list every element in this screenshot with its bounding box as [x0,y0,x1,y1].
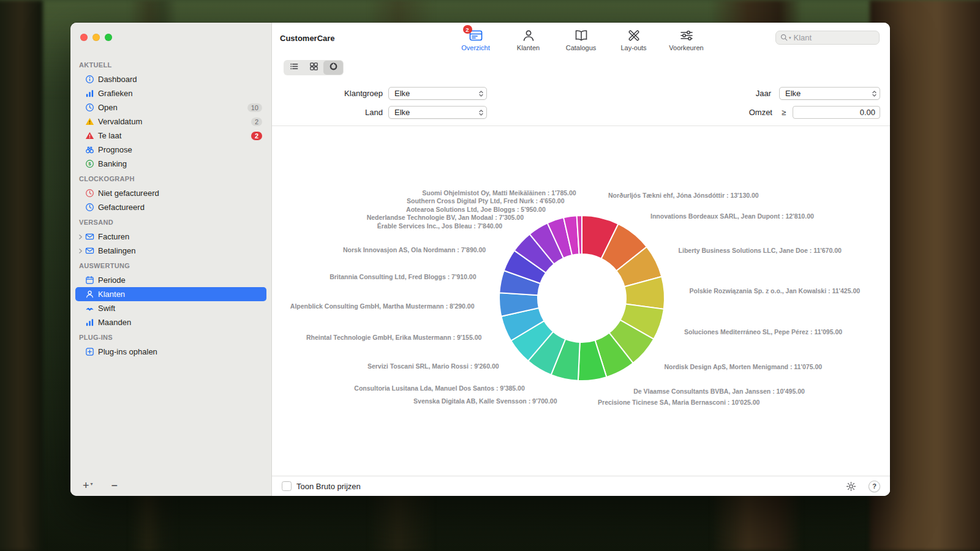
sidebar-item-open[interactable]: Open10 [75,100,266,114]
item-badge: 2 [251,118,262,126]
sidebar-item-gefactureerd[interactable]: Gefactureerd [75,200,266,214]
slice-label: Southern Cross Digital Pty Ltd, Fred Nur… [407,197,565,204]
tree-trunk-decoration [0,0,43,551]
sidebar-item-maanden[interactable]: Maanden [75,315,266,329]
filter-bar: Klantgroep Elke Land Elke Jaar Elke Omze… [272,84,890,126]
search-field[interactable]: ▾ [775,31,880,45]
land-label: Land [272,106,383,119]
klantgroep-dropdown-value: Elke [394,89,410,98]
sidebar-item-banking[interactable]: $Banking [75,157,266,171]
item-label: Klanten [98,290,125,299]
sidebar-section-versand: VERSANDFacturenBetalingen [75,216,266,258]
close-button[interactable] [80,34,88,41]
omzet-label: Omzet [676,106,772,119]
add-button[interactable]: +▾ [83,480,93,491]
tab-overzicht[interactable]: 2Overzicht [454,26,498,51]
sidebar-item-dashboard[interactable]: Dashboard [75,72,266,86]
sidebar-item-grafieken[interactable]: Grafieken [75,86,266,100]
slice-label: Precisione Ticinese SA, Maria Bernasconi… [598,399,760,406]
view-option-grid-view[interactable] [304,61,323,75]
sidebar-section-auswertung: AUSWERTUNGPeriodeKlantenSwiftMaanden [75,259,266,329]
minimize-button[interactable] [92,34,100,41]
updown-chevron-icon [872,89,877,97]
main-content: CustomerCare 2OverzichtKlantenCatalogusL… [272,23,890,496]
tab-lay-outs[interactable]: Lay-outs [612,26,656,51]
sidebar-item-swift[interactable]: Swift [75,301,266,315]
binoculars-icon [85,145,95,155]
person-icon [85,290,95,299]
envelope-icon [85,246,95,256]
sidebar-sections: AKTUELLDashboardGrafiekenOpen10Vervaldat… [75,58,266,360]
view-switcher [284,60,344,75]
search-input[interactable] [793,32,875,43]
slice-label: Liberty Business Solutions LLC, Jane Doe… [679,247,842,254]
item-label: Betalingen [98,246,135,255]
sidebar-section-aktuell: AKTUELLDashboardGrafiekenOpen10Vervaldat… [75,58,266,171]
slice-label: Svenska Digitala AB, Kalle Svensson : 9'… [413,397,557,405]
warning-yellow-icon [85,117,95,127]
donut-chart: Norðurljós Tækni ehf, Jóna Jónsdóttir : … [272,126,890,476]
sidebar-item-betalingen[interactable]: Betalingen [75,244,266,258]
remove-button[interactable]: − [111,480,118,491]
sidebar-item-te-laat[interactable]: Te laat2 [75,129,266,143]
list-view-icon [290,62,299,73]
item-label: Gefactureerd [98,203,145,212]
plus-square-icon [85,347,95,357]
disclosure-chevron-icon[interactable] [77,234,85,240]
omzet-input[interactable] [793,106,880,119]
help-button[interactable]: ? [869,481,880,492]
sidebar-item-klanten[interactable]: Klanten [75,287,266,301]
slice-label: Alpenblick Consulting GmbH, Martha Muste… [290,302,475,310]
chevron-down-icon: ▾ [91,479,93,490]
sidebar-section-plug-ins: PLUG-INSPlug-ins ophalen [75,331,266,359]
land-dropdown[interactable]: Elke [388,106,487,119]
tab-label: Lay-outs [620,44,646,51]
slice-label: Britannia Consulting Ltd, Fred Bloggs : … [330,273,477,280]
jaar-label: Jaar [676,87,771,100]
jaar-dropdown[interactable]: Elke [779,87,880,100]
view-option-list-view[interactable] [284,61,304,75]
slice-label: Aotearoa Solutions Ltd, Joe Bloggs : 5'9… [406,206,546,213]
zoom-button[interactable] [105,34,112,41]
sidebar-item-niet-gefactureerd[interactable]: Niet gefactureerd [75,186,266,200]
item-label: Niet gefactureerd [98,189,159,198]
item-label: Te laat [98,131,121,140]
item-label: Facturen [98,232,129,241]
sidebar-item-facturen[interactable]: Facturen [75,230,266,244]
tab-label: Overzicht [461,44,489,51]
bruto-checkbox-label: Toon Bruto prijzen [296,482,361,491]
item-label: Swift [98,304,115,313]
window-controls [80,34,112,41]
sidebar-item-plug-ins-ophalen[interactable]: Plug-ins ophalen [75,345,266,359]
bruto-checkbox[interactable] [282,481,292,491]
view-option-chart-view[interactable] [323,61,343,75]
gear-icon[interactable] [846,481,856,492]
tab-catalogus[interactable]: Catalogus [559,26,603,51]
sidebar-item-periode[interactable]: Periode [75,273,266,287]
item-badge: 10 [247,103,262,112]
bar-chart-icon [85,318,95,328]
tab-badge: 2 [463,25,472,34]
clock-red-icon [85,189,95,198]
sidebar-item-prognose[interactable]: Prognose [75,143,266,157]
slice-label: Polskie Rozwiązania Sp. z o.o., Jan Kowa… [690,287,861,294]
calendar-icon [85,276,95,285]
disclosure-chevron-icon[interactable] [77,248,85,254]
grid-view-icon [309,62,318,73]
jaar-dropdown-value: Elke [785,89,801,98]
book-icon [573,28,589,43]
clock-blue-icon [85,203,95,212]
slice-label: Suomi Ohjelmistot Oy, Matti Meikäläinen … [422,189,576,197]
updown-chevron-icon [478,108,484,116]
tab-label: Klanten [517,44,540,51]
klantgroep-dropdown[interactable]: Elke [388,87,487,100]
layouts-icon [626,28,642,43]
tab-voorkeuren[interactable]: Voorkeuren [665,26,709,51]
tab-klanten[interactable]: Klanten [507,26,551,51]
item-label: Maanden [98,318,131,327]
sidebar-item-vervaldatum[interactable]: Vervaldatum2 [75,114,266,129]
slice-label: Consultoria Lusitana Lda, Manuel Dos San… [354,384,525,392]
land-dropdown-value: Elke [394,108,410,117]
bird-icon [85,304,95,313]
sidebar-section-clockograph: CLOCKOGRAPHNiet gefactureerdGefactureerd [75,172,266,214]
